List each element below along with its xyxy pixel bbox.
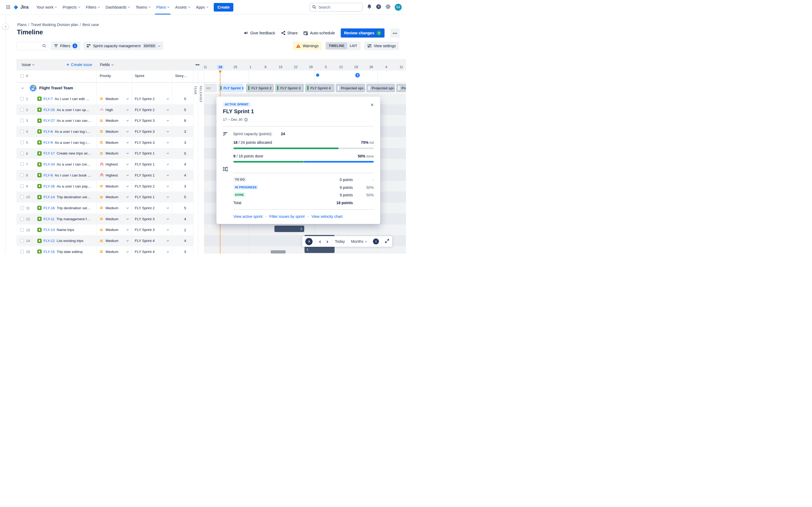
sprint-select[interactable]: FLY Sprint 4 (132, 235, 172, 246)
sprint-chip[interactable]: FLY Sprint 4 (305, 84, 335, 92)
issue-key-link[interactable]: FLY-6 (44, 129, 53, 133)
sprint-select[interactable]: FLY Sprint 2 (132, 104, 172, 115)
priority-select[interactable]: Medium (96, 115, 132, 126)
sprint-chip[interactable]: Projected spr… (336, 84, 365, 92)
popup-link[interactable]: View active sprint (233, 214, 263, 219)
nav-item[interactable]: Teams (133, 0, 153, 14)
issue-key-link[interactable]: FLY-7 (44, 97, 53, 101)
sprint-select[interactable]: FLY Sprint 4 (132, 246, 172, 253)
breadcrumb-link[interactable]: Best case (83, 22, 99, 27)
issue-key-link[interactable]: FLY-26 (44, 184, 55, 188)
row-checkbox[interactable] (20, 108, 24, 112)
sprint-select[interactable]: FLY Sprint 3 (132, 126, 172, 137)
nav-item[interactable]: Assets (172, 0, 193, 14)
nav-item[interactable]: Your work (33, 0, 60, 14)
issue-key-link[interactable]: FLY-8 (44, 173, 53, 177)
scroll-right-button[interactable] (325, 239, 329, 244)
issue-key-link[interactable]: FLY-17 (44, 151, 55, 155)
sprint-select[interactable]: FLY Sprint 1 (132, 170, 172, 181)
breadcrumb-link[interactable]: Travel Booking Division plan (31, 22, 78, 27)
scroll-left-button[interactable] (319, 239, 322, 244)
row-checkbox[interactable] (20, 140, 24, 144)
help-icon[interactable]: ? (376, 4, 381, 10)
info-button[interactable]: i (373, 238, 379, 244)
sprint-select[interactable]: FLY Sprint 2 (132, 181, 172, 192)
priority-select[interactable]: Medium (96, 214, 132, 225)
row-checkbox[interactable] (20, 97, 24, 101)
filters-button[interactable]: Filters 1 (51, 42, 81, 50)
row-checkbox[interactable] (20, 195, 24, 199)
priority-select[interactable]: Medium (96, 191, 132, 203)
issue-key-link[interactable]: FLY-13 (44, 228, 55, 232)
issue-column-menu[interactable]: Issue (22, 59, 34, 70)
sprint-select[interactable]: FLY Sprint 3 (132, 137, 172, 148)
issue-key-link[interactable]: FLY-14 (44, 195, 55, 199)
team-group-row[interactable]: ☁ Flight Travel Team (16, 82, 193, 93)
priority-select[interactable]: Medium (96, 246, 132, 253)
priority-select[interactable]: Medium (96, 126, 132, 137)
jira-logo[interactable]: Jira (13, 4, 29, 10)
row-checkbox[interactable] (20, 239, 24, 242)
row-checkbox[interactable] (20, 129, 24, 133)
priority-select[interactable]: Medium (96, 137, 132, 148)
row-checkbox[interactable] (20, 184, 24, 188)
sprint-select[interactable]: FLY Sprint 2 (132, 203, 172, 214)
select-all-checkbox[interactable] (20, 74, 24, 78)
issue-key-link[interactable]: FLY-24 (44, 162, 55, 166)
share-button[interactable]: Share (281, 31, 298, 35)
release-marker-dot[interactable] (316, 73, 319, 77)
sprint-select[interactable]: FLY Sprint 3 (132, 115, 172, 126)
sprint-select[interactable]: FLY Sprint 3 (132, 225, 172, 235)
collapse-group-icon[interactable] (21, 87, 23, 89)
priority-select[interactable]: Medium (96, 93, 132, 104)
user-avatar[interactable]: CJ (395, 4, 402, 11)
zoom-level-select[interactable]: Months (351, 239, 367, 243)
popup-link[interactable]: Filter issues by sprint (269, 214, 305, 219)
release-marker-badge[interactable]: 2 (355, 73, 360, 77)
row-checkbox[interactable] (20, 162, 24, 166)
popup-link[interactable]: View velocity chart (311, 214, 343, 219)
expand-sidebar-button[interactable] (2, 23, 9, 30)
priority-select[interactable]: Medium (96, 225, 132, 235)
sprint-chip[interactable]: FLY Sprint 2 (246, 84, 274, 92)
view-selector[interactable]: Sprint capacity management EDITED (83, 42, 163, 50)
row-checkbox[interactable] (20, 228, 24, 232)
sprint-chip[interactable]: Proj… (396, 84, 406, 92)
nav-item[interactable]: Dashboards (103, 0, 133, 14)
sprint-chip[interactable]: Projected spr… (366, 84, 395, 92)
timeline-toggle[interactable]: TIMELINE (326, 42, 347, 49)
sprint-chip[interactable]: FLY Sprint 3 (275, 84, 304, 92)
issue-key-link[interactable]: FLY-16 (44, 206, 55, 210)
gantt-bar[interactable]: 2 (274, 226, 304, 232)
sprint-chip[interactable]: int (204, 84, 217, 92)
row-checkbox[interactable] (20, 250, 24, 253)
breadcrumb-link[interactable]: Plans (17, 22, 27, 27)
create-issue-button[interactable]: + Create issue (66, 59, 92, 70)
sprint-select[interactable]: FLY Sprint 1 (132, 148, 172, 159)
issue-key-link[interactable]: FLY-25 (44, 108, 55, 112)
priority-select[interactable]: High (96, 104, 132, 115)
sprint-select[interactable]: FLY Sprint 1 (132, 159, 172, 170)
issue-key-link[interactable]: FLY-9 (44, 140, 53, 145)
issue-key-link[interactable]: FLY-27 (44, 119, 55, 123)
sprint-select[interactable]: FLY Sprint 1 (132, 191, 172, 203)
nav-item[interactable]: Plans (153, 0, 172, 14)
create-button[interactable]: Create (214, 3, 233, 11)
row-checkbox[interactable] (20, 173, 24, 177)
issue-key-link[interactable]: FLY-15 (44, 250, 55, 253)
issue-key-link[interactable]: FLY-11 (44, 217, 54, 221)
notifications-bell-icon[interactable] (367, 4, 372, 10)
review-changes-button[interactable]: Review changes 2 (341, 29, 385, 38)
search-input[interactable] (310, 3, 363, 11)
priority-select[interactable]: Medium (96, 148, 132, 159)
priority-select[interactable]: Medium (96, 235, 132, 246)
auto-schedule-button[interactable]: Auto-schedule (303, 31, 335, 36)
sprint-select[interactable]: FLY Sprint 3 (132, 214, 172, 225)
row-checkbox[interactable] (20, 206, 24, 210)
nav-item[interactable]: Projects (60, 0, 83, 14)
priority-select[interactable]: Highest (96, 159, 132, 170)
row-checkbox[interactable] (20, 152, 24, 155)
today-button[interactable]: Today (335, 239, 345, 243)
gantt-bar[interactable] (271, 250, 286, 253)
row-checkbox[interactable] (20, 217, 24, 221)
